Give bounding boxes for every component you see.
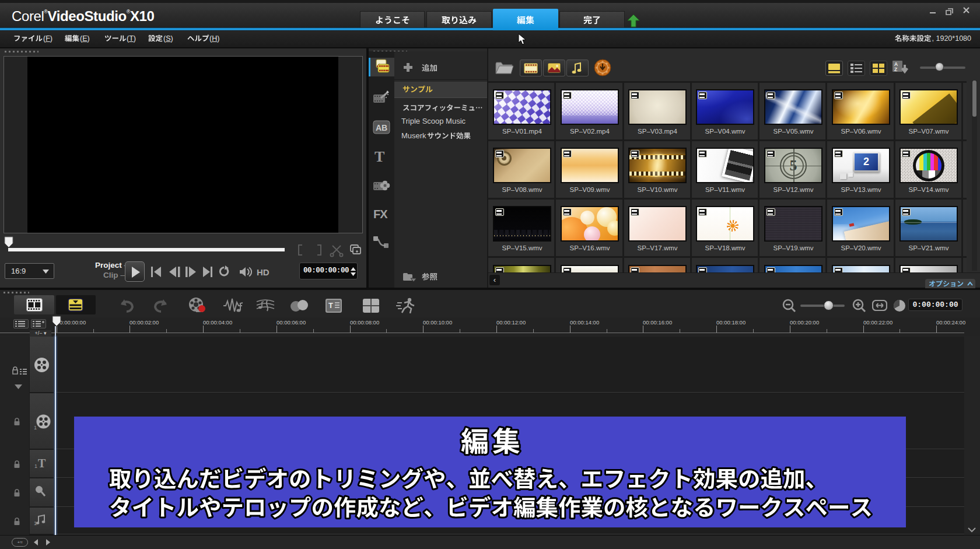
svg-text:1: 1 xyxy=(34,463,37,469)
svg-text:1: 1 xyxy=(34,425,37,430)
svg-text:FX: FX xyxy=(373,208,388,221)
svg-text:T: T xyxy=(38,457,46,469)
svg-text:Z: Z xyxy=(894,67,897,72)
svg-text:T: T xyxy=(328,301,333,310)
svg-text:AB: AB xyxy=(376,123,387,132)
svg-text:HD: HD xyxy=(257,267,270,277)
svg-text:T: T xyxy=(374,148,384,163)
